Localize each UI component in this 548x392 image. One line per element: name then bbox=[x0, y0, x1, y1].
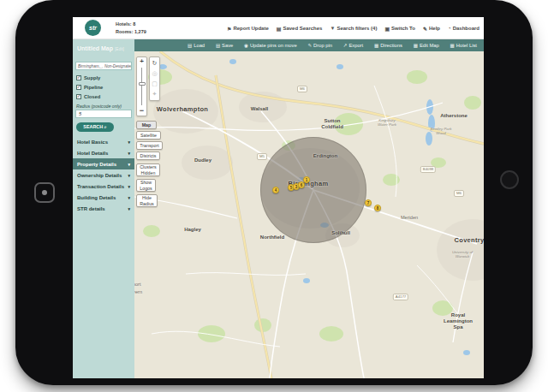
screen: str Hotels: 8 Rooms: 1,279 ⚑ Report Upda… bbox=[73, 17, 484, 378]
header-menu-label: Report Update bbox=[233, 26, 268, 31]
toolbar-item-label: Directions bbox=[380, 43, 402, 48]
chevron-down-icon: ▾ bbox=[128, 184, 130, 189]
chevron-down-icon: ▾ bbox=[128, 162, 130, 167]
str-logo: str bbox=[85, 20, 101, 36]
sidebar: Untitled Map [Edit] Birmingham,_, Non-De… bbox=[73, 39, 134, 378]
checkbox-row[interactable]: ✓ Closed bbox=[76, 92, 133, 100]
header-menu-item[interactable]: ✎ Help bbox=[423, 26, 440, 32]
page: str Hotels: 8 Rooms: 1,279 ⚑ Report Upda… bbox=[0, 0, 548, 392]
toolbar-item[interactable]: ▦ Hotel List bbox=[450, 43, 477, 48]
sidebar-menu-label: STR details bbox=[77, 206, 105, 211]
checkbox-row[interactable]: ✓ Supply bbox=[76, 74, 133, 81]
header-menu-item[interactable]: ▤ Saved Searches bbox=[277, 26, 323, 32]
home-button[interactable] bbox=[500, 170, 519, 189]
toolbar-item-label: Save bbox=[222, 43, 233, 48]
location-search-input[interactable]: Birmingham,_, Non-Designated bbox=[75, 62, 132, 70]
toolbar-item-label: Drop pin bbox=[313, 43, 332, 48]
radius-label: Radius (postcode only) bbox=[76, 104, 122, 109]
sidebar-menu-item[interactable]: Hotel Basics ▾ bbox=[73, 136, 134, 147]
zoom-slider-track bbox=[141, 68, 142, 105]
zoom-slider-handle[interactable] bbox=[139, 82, 146, 86]
toolbar-item[interactable]: ▦ Edit Map bbox=[414, 43, 439, 48]
toolbar-item[interactable]: ↗ Export bbox=[343, 43, 363, 48]
checkbox[interactable]: ✓ bbox=[76, 85, 81, 90]
map-title: Untitled Map [Edit] bbox=[77, 45, 124, 51]
map-layer-button[interactable]: Show Logos bbox=[136, 179, 156, 192]
toolbar-item-icon: ✎ bbox=[307, 43, 312, 48]
app-header: str Hotels: 8 Rooms: 1,279 ⚑ Report Upda… bbox=[73, 17, 484, 39]
checkbox-row[interactable]: ✓ Pipeline bbox=[76, 83, 133, 91]
header-menu-item[interactable]: ◔ Dashboard bbox=[448, 26, 480, 31]
map-layer-button[interactable]: Districts bbox=[136, 151, 160, 160]
hotel-pin[interactable]: 1 bbox=[303, 176, 310, 183]
toolbar-item[interactable]: ✎ Drop pin bbox=[307, 43, 332, 48]
hotel-pin[interactable]: 4 bbox=[272, 187, 279, 193]
checkbox-label: Supply bbox=[84, 75, 100, 80]
sidebar-menu-label: Property Details bbox=[77, 162, 116, 167]
hotel-pin[interactable]: 7 bbox=[365, 199, 372, 206]
header-menu-item[interactable]: ▼ Search filters (4) bbox=[330, 26, 377, 31]
radius-input[interactable]: 5 bbox=[75, 110, 132, 118]
checkbox[interactable]: ✓ bbox=[76, 94, 81, 99]
checkbox-label: Pipeline bbox=[84, 85, 103, 90]
sidebar-menu-label: Transaction Details bbox=[77, 184, 124, 189]
header-menu-label: Help bbox=[429, 26, 440, 31]
chevron-down-icon: ▾ bbox=[128, 206, 130, 211]
toolbar-item[interactable]: ◉ Update pins on move bbox=[244, 43, 297, 48]
sidebar-menu-item[interactable]: Hotel Details ▾ bbox=[73, 147, 134, 158]
sidebar-menu-item[interactable]: STR details ▾ bbox=[73, 203, 134, 214]
hotels-count: Hotels: 8 bbox=[116, 21, 146, 28]
map-tool-icon[interactable]: ◎ bbox=[152, 68, 157, 79]
map-tool-icon[interactable]: ✦ bbox=[152, 89, 158, 99]
sidebar-menu-item[interactable]: Building Details ▾ bbox=[73, 192, 134, 203]
checkbox[interactable]: ✓ bbox=[76, 75, 81, 80]
map-layer-button[interactable]: Satellite bbox=[136, 131, 161, 140]
map-layer-button[interactable]: Hide Radius bbox=[136, 194, 158, 207]
zoom-in-button[interactable]: + bbox=[136, 57, 147, 65]
toolbar-item[interactable]: ▦ Directions bbox=[374, 43, 402, 48]
header-menu-item[interactable]: ▣ Switch To bbox=[384, 26, 415, 32]
toolbar-item-icon: ▤ bbox=[216, 43, 220, 48]
chevron-down-icon: ▾ bbox=[128, 151, 130, 156]
header-menu-label: Switch To bbox=[391, 26, 415, 31]
header-menu-icon: ✎ bbox=[423, 26, 427, 32]
chevron-down-icon: ▾ bbox=[128, 173, 130, 178]
sidebar-menu-item[interactable]: Ownership Details ▾ bbox=[73, 169, 134, 181]
search-button[interactable]: SEARCH ⌕ bbox=[76, 122, 114, 132]
map-layer-button[interactable]: Map bbox=[136, 121, 157, 129]
toolbar-item-label: Update pins on move bbox=[250, 43, 297, 48]
map-tool-icon[interactable]: ↻ bbox=[152, 58, 158, 68]
header-menu-icon: ▼ bbox=[330, 26, 335, 31]
map-layer-button[interactable]: Clusters Hidden bbox=[136, 163, 160, 176]
sidebar-menu-item[interactable]: Property Details ▾ bbox=[73, 158, 134, 169]
map-title-text: Untitled Map bbox=[77, 45, 113, 51]
toolbar-item[interactable]: ▤ Save bbox=[216, 43, 233, 48]
map-canvas[interactable]: WolverhamptonWalsallSutton ColdfieldAthe… bbox=[134, 51, 484, 378]
sidebar-menu: Hotel Basics ▾ Hotel Details ▾ Property … bbox=[73, 136, 134, 214]
sidebar-menu-label: Hotel Basics bbox=[77, 140, 108, 145]
header-menu-label: Dashboard bbox=[453, 26, 480, 31]
header-menu-icon: ▣ bbox=[384, 26, 390, 32]
header-menu-label: Saved Searches bbox=[283, 26, 322, 31]
sidebar-menu-label: Building Details bbox=[77, 195, 116, 200]
sidebar-menu-item[interactable]: Transaction Details ▾ bbox=[73, 181, 134, 192]
sidebar-menu-label: Ownership Details bbox=[77, 173, 122, 178]
toolbar-item-icon: ◉ bbox=[244, 43, 248, 48]
map-tool-icon[interactable]: ▢ bbox=[152, 79, 158, 89]
toolbar-item-label: Export bbox=[348, 43, 363, 48]
zoom-out-button[interactable]: − bbox=[136, 106, 147, 115]
chevron-down-icon: ▾ bbox=[128, 195, 130, 200]
toolbar-item[interactable]: ▤ Load bbox=[188, 43, 205, 48]
toolbar-item-icon: ▦ bbox=[450, 43, 455, 48]
toolbar-item-label: Edit Map bbox=[420, 43, 439, 48]
toolbar-item-icon: ▦ bbox=[374, 43, 378, 48]
map-layer-button[interactable]: Transport bbox=[136, 141, 163, 150]
header-menu-icon: ◔ bbox=[448, 26, 451, 31]
toolbar-item-icon: ▤ bbox=[188, 43, 192, 48]
front-camera-icon bbox=[42, 190, 47, 195]
rooms-count: Rooms: 1,279 bbox=[116, 28, 146, 36]
hotel-pin[interactable]: 8 bbox=[374, 205, 381, 211]
header-menu-item[interactable]: ⚑ Report Update bbox=[227, 26, 269, 32]
edit-link[interactable]: [Edit] bbox=[115, 47, 124, 51]
map-tool-icons: ↻◎▢✦ bbox=[149, 56, 160, 101]
